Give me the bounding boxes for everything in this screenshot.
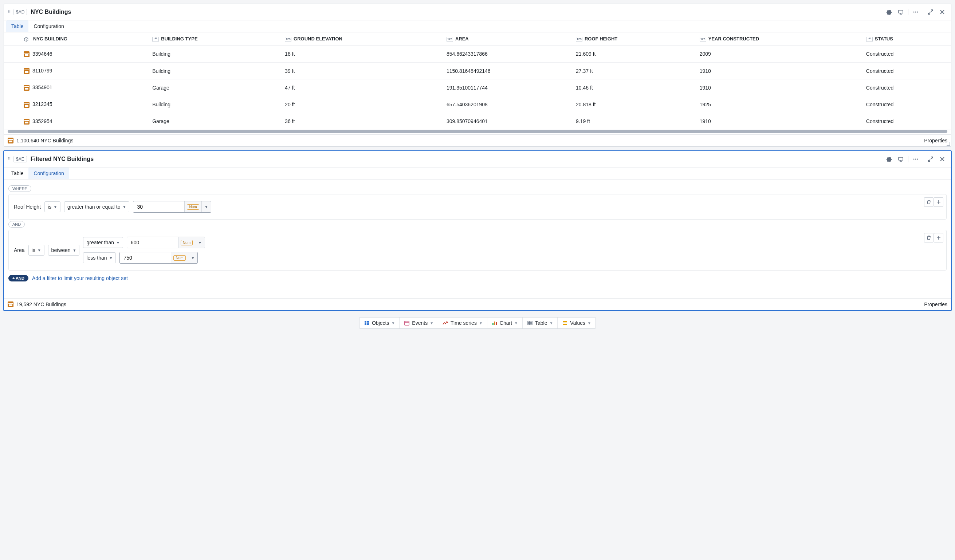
svg-point-1 bbox=[913, 12, 914, 13]
table-icon bbox=[527, 320, 533, 326]
gt-select[interactable]: greater than▼ bbox=[83, 237, 123, 248]
add-and-pill[interactable]: + AND bbox=[8, 275, 28, 282]
panel-header: ⠿ $AD NYC Buildings bbox=[4, 4, 951, 20]
filter-field-label: Area bbox=[14, 247, 25, 253]
and-pill: AND bbox=[8, 221, 25, 228]
presentation-icon[interactable] bbox=[896, 7, 906, 17]
is-select[interactable]: is▼ bbox=[28, 245, 44, 256]
plus-icon[interactable] bbox=[934, 233, 943, 242]
trash-icon[interactable] bbox=[924, 197, 933, 207]
properties-link[interactable]: Properties bbox=[924, 302, 947, 307]
where-pill: WHERE bbox=[8, 185, 31, 192]
divider bbox=[908, 9, 908, 15]
col-nyc-building[interactable]: NYC BUILDING bbox=[19, 33, 147, 45]
svg-rect-20 bbox=[564, 322, 567, 323]
lt-select[interactable]: less than▼ bbox=[83, 252, 116, 263]
svg-rect-21 bbox=[563, 324, 564, 325]
is-select[interactable]: is▼ bbox=[44, 201, 61, 212]
divider bbox=[908, 156, 908, 163]
tool-table[interactable]: Table▼ bbox=[522, 318, 557, 328]
svg-rect-4 bbox=[899, 157, 903, 160]
svg-rect-11 bbox=[367, 323, 369, 325]
resize-handle-icon[interactable] bbox=[947, 142, 950, 145]
gear-icon[interactable] bbox=[884, 7, 894, 17]
table-row[interactable]: 3354901 Garage 47 ft 191.35100117744 10.… bbox=[4, 79, 951, 96]
value-type-dropdown[interactable]: ▼ bbox=[201, 201, 211, 212]
horizontal-scrollbar[interactable] bbox=[8, 130, 947, 133]
num-badge: Num bbox=[171, 252, 188, 263]
tab-configuration[interactable]: Configuration bbox=[28, 20, 69, 32]
variable-tag[interactable]: $AD bbox=[14, 9, 27, 15]
gt-value-input-group: Num ▼ bbox=[127, 237, 205, 248]
tab-table[interactable]: Table bbox=[6, 167, 28, 179]
col-building-type[interactable]: ❝BUILDING TYPE bbox=[147, 33, 280, 45]
properties-link[interactable]: Properties bbox=[924, 138, 947, 144]
drag-handle-icon[interactable]: ⠿ bbox=[8, 156, 11, 162]
building-icon bbox=[23, 85, 30, 91]
svg-rect-10 bbox=[365, 323, 366, 325]
panel-title: Filtered NYC Buildings bbox=[31, 156, 884, 163]
tool-objects[interactable]: Objects▼ bbox=[360, 318, 399, 328]
divider bbox=[923, 156, 923, 163]
close-icon[interactable] bbox=[937, 7, 947, 17]
svg-point-3 bbox=[917, 12, 918, 13]
value-type-dropdown[interactable]: ▼ bbox=[195, 237, 205, 248]
presentation-icon[interactable] bbox=[896, 154, 906, 164]
col-year-constructed[interactable]: 123YEAR CONSTRUCTED bbox=[695, 33, 861, 45]
gear-icon[interactable] bbox=[884, 154, 894, 164]
operator-select[interactable]: greater than or equal to▼ bbox=[64, 201, 129, 212]
close-icon[interactable] bbox=[937, 154, 947, 164]
value-input-group: Num ▼ bbox=[133, 201, 211, 213]
svg-point-2 bbox=[915, 12, 916, 13]
between-select[interactable]: between▼ bbox=[48, 245, 80, 256]
col-ground-elevation[interactable]: 123GROUND ELEVATION bbox=[280, 33, 441, 45]
panel-filtered-nyc-buildings: ⠿ $AE Filtered NYC Buildings Table Con bbox=[3, 150, 952, 311]
expand-icon[interactable] bbox=[925, 154, 936, 164]
panel-footer: 19,592 NYC Buildings Properties bbox=[4, 298, 951, 310]
table-row[interactable]: 3212345 Building 20 ft 657.54036201908 2… bbox=[4, 96, 951, 113]
expand-icon[interactable] bbox=[925, 7, 936, 17]
values-icon bbox=[562, 320, 568, 326]
panel-nyc-buildings: ⠿ $AD NYC Buildings Table Configuratio bbox=[4, 4, 951, 147]
drag-handle-icon[interactable]: ⠿ bbox=[8, 9, 11, 14]
bottom-toolbar: Objects▼ Events▼ Time series▼ Chart▼ Tab… bbox=[0, 314, 955, 335]
svg-rect-22 bbox=[564, 324, 567, 325]
panel-footer: 1,100,640 NYC Buildings Properties bbox=[4, 135, 951, 146]
tool-group: Objects▼ Events▼ Time series▼ Chart▼ Tab… bbox=[359, 317, 596, 329]
tool-values[interactable]: Values▼ bbox=[557, 318, 595, 328]
data-table: NYC BUILDING ❝BUILDING TYPE 123GROUND EL… bbox=[4, 33, 951, 130]
tabs: Table Configuration bbox=[4, 167, 951, 180]
add-filter-link[interactable]: Add a filter to limit your resulting obj… bbox=[32, 275, 128, 281]
col-status[interactable]: ❝STATUS bbox=[861, 33, 951, 45]
row-count: 19,592 NYC Buildings bbox=[16, 302, 66, 307]
more-icon[interactable] bbox=[911, 7, 921, 17]
trash-icon[interactable] bbox=[924, 233, 933, 242]
tab-table[interactable]: Table bbox=[6, 20, 28, 32]
filter-block-area: Area is▼ between▼ greater than▼ Num ▼ le… bbox=[8, 230, 947, 271]
svg-point-5 bbox=[913, 159, 914, 160]
value-type-dropdown[interactable]: ▼ bbox=[188, 252, 198, 263]
header-actions bbox=[884, 154, 947, 164]
tool-chart[interactable]: Chart▼ bbox=[487, 318, 522, 328]
tab-configuration[interactable]: Configuration bbox=[28, 167, 69, 179]
col-roof-height[interactable]: 123ROOF HEIGHT bbox=[571, 33, 695, 45]
svg-rect-12 bbox=[405, 321, 409, 325]
building-icon bbox=[23, 68, 30, 74]
calendar-icon bbox=[404, 320, 410, 326]
configuration-body: WHERE Roof Height is▼ greater than or eq… bbox=[4, 180, 951, 287]
gt-value-input[interactable] bbox=[127, 237, 178, 248]
col-area[interactable]: 123AREA bbox=[441, 33, 571, 45]
tool-timeseries[interactable]: Time series▼ bbox=[438, 318, 487, 328]
svg-rect-8 bbox=[365, 321, 366, 322]
table-row[interactable]: 3394646 Building 18 ft 854.66243317866 2… bbox=[4, 45, 951, 62]
tool-events[interactable]: Events▼ bbox=[399, 318, 438, 328]
variable-tag[interactable]: $AE bbox=[14, 156, 27, 163]
plus-icon[interactable] bbox=[934, 197, 943, 207]
lt-value-input[interactable] bbox=[120, 252, 171, 263]
value-input[interactable] bbox=[133, 201, 184, 212]
table-row[interactable]: 3110799 Building 39 ft 1150.81648492146 … bbox=[4, 62, 951, 79]
more-icon[interactable] bbox=[911, 154, 921, 164]
building-icon bbox=[23, 119, 30, 125]
table-row[interactable]: 3352954 Garage 36 ft 309.85070946401 9.1… bbox=[4, 113, 951, 130]
svg-rect-0 bbox=[899, 10, 903, 13]
